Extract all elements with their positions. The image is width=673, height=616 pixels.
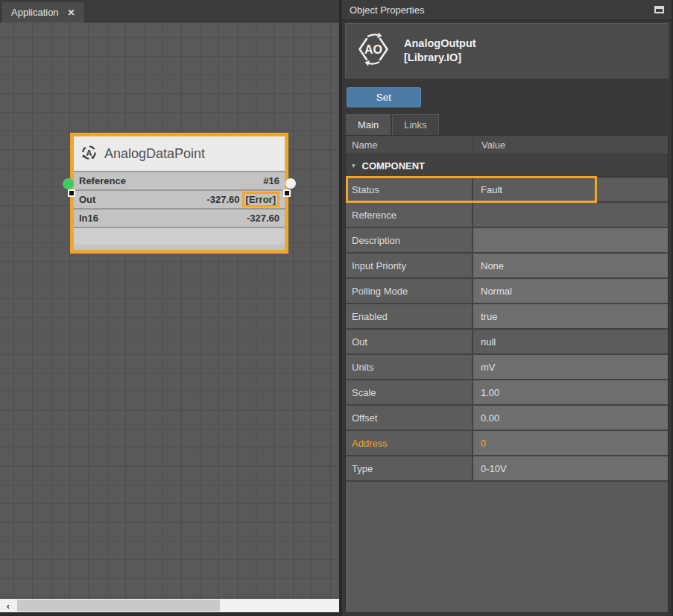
wiresheet-canvas[interactable]: A AnalogDataPoint Reference#16Out-327.60…: [0, 22, 341, 599]
property-value[interactable]: [473, 228, 668, 252]
property-table: Name Value ▾ COMPONENT StatusFaultRefere…: [345, 135, 669, 613]
panel-title: Object Properties: [350, 4, 424, 16]
property-row-address[interactable]: Address0: [346, 431, 668, 456]
section-component[interactable]: ▾ COMPONENT: [346, 155, 668, 177]
property-name: Scale: [346, 380, 473, 404]
selection-handle-left[interactable]: [68, 189, 75, 197]
node-body[interactable]: A AnalogDataPoint Reference#16Out-327.60…: [70, 133, 288, 254]
property-row-reference[interactable]: Reference: [346, 203, 668, 228]
node-title: AnalogDataPoint: [104, 146, 205, 162]
column-header-name: Name: [346, 139, 473, 151]
dock-window-icon[interactable]: [654, 6, 664, 13]
property-value[interactable]: 1.00: [473, 380, 668, 404]
property-name: Offset: [346, 406, 473, 430]
property-name: Status: [346, 177, 473, 201]
property-value[interactable]: mV: [473, 355, 668, 379]
scrollbar-thumb[interactable]: [17, 600, 220, 612]
property-name: Polling Mode: [346, 279, 473, 303]
property-row-enabled[interactable]: Enabledtrue: [346, 304, 668, 330]
property-value: [473, 203, 668, 227]
column-header-value: Value: [473, 136, 668, 154]
property-value[interactable]: 0: [473, 431, 668, 455]
selection-handle-right[interactable]: [283, 189, 291, 197]
property-table-body: StatusFaultReferenceDescriptionInput Pri…: [346, 177, 668, 482]
slot-value: -327.60: [247, 213, 279, 224]
slot-value: -327.60[Error]: [206, 192, 279, 207]
set-button[interactable]: Set: [347, 87, 421, 107]
slot-label: Reference: [79, 175, 126, 186]
property-name: Units: [346, 355, 473, 379]
panel-titlebar: Object Properties: [342, 0, 672, 21]
property-row-description[interactable]: Description: [346, 228, 668, 254]
object-properties-panel: Object Properties AO AnalogOutput [Libra…: [339, 0, 673, 616]
property-value: Fault: [473, 177, 668, 201]
property-row-scale[interactable]: Scale1.00: [346, 380, 668, 406]
property-value[interactable]: 0.00: [473, 406, 668, 430]
table-header: Name Value: [346, 136, 668, 155]
svg-text:A: A: [86, 148, 92, 157]
slot-value: #16: [263, 175, 279, 186]
output-port-dot[interactable]: [285, 178, 296, 189]
node-slot-row[interactable]: Reference#16: [74, 171, 285, 189]
tab-main[interactable]: Main: [346, 114, 391, 135]
component-type-name: AnalogOutput: [404, 37, 476, 51]
component-header-card: AO AnalogOutput [Library.IO]: [345, 23, 669, 78]
node-slot-row[interactable]: Out-327.60[Error]: [74, 189, 285, 208]
workspace-pane: Application ✕ A AnalogDataPoint: [0, 0, 341, 616]
property-value[interactable]: Normal: [473, 279, 668, 303]
property-row-type[interactable]: Type0-10V: [346, 456, 668, 482]
section-label: COMPONENT: [362, 160, 426, 172]
tab-links[interactable]: Links: [392, 114, 438, 135]
property-value: null: [473, 330, 668, 353]
document-tabstrip: Application ✕: [0, 0, 341, 22]
property-name: Out: [346, 330, 473, 353]
horizontal-scrollbar[interactable]: ‹: [0, 599, 341, 612]
property-row-status[interactable]: StatusFault: [346, 177, 668, 203]
analog-output-icon: AO: [356, 31, 391, 70]
section-collapse-caret-icon[interactable]: ▾: [352, 162, 356, 169]
property-name: Description: [346, 228, 473, 252]
svg-text:AO: AO: [364, 43, 382, 56]
scroll-left-arrow-icon[interactable]: ‹: [0, 599, 16, 612]
property-value[interactable]: 0-10V: [473, 456, 668, 480]
property-row-out[interactable]: Outnull: [346, 330, 668, 355]
property-value[interactable]: true: [473, 304, 668, 328]
tab-application-label: Application: [11, 7, 59, 18]
node-rows: Reference#16Out-327.60[Error]In16-327.60: [74, 171, 285, 227]
property-row-input-priority[interactable]: Input PriorityNone: [346, 254, 668, 279]
node-slot-row[interactable]: In16-327.60: [74, 208, 285, 227]
property-name: Address: [346, 431, 473, 455]
analog-point-icon: A: [80, 144, 98, 164]
component-library: [Library.IO]: [404, 51, 476, 65]
tab-application[interactable]: Application ✕: [2, 2, 84, 22]
tab-close-icon[interactable]: ✕: [68, 7, 75, 18]
node-footer-row: [74, 227, 285, 245]
property-row-units[interactable]: UnitsmV: [346, 355, 668, 380]
node-analogdatapoint[interactable]: A AnalogDataPoint Reference#16Out-327.60…: [70, 133, 288, 254]
properties-tabs: Main Links: [346, 114, 672, 135]
input-port-dot[interactable]: [63, 178, 74, 189]
property-name: Input Priority: [346, 254, 473, 277]
node-header[interactable]: A AnalogDataPoint: [74, 136, 285, 171]
slot-label: Out: [79, 194, 95, 205]
property-value[interactable]: None: [473, 254, 668, 277]
property-row-polling-mode[interactable]: Polling ModeNormal: [346, 279, 668, 304]
property-name: Enabled: [346, 304, 473, 328]
property-row-offset[interactable]: Offset0.00: [346, 406, 668, 431]
property-name: Reference: [346, 203, 473, 227]
property-name: Type: [346, 456, 473, 480]
slot-label: In16: [79, 213, 98, 224]
error-badge: [Error]: [242, 192, 279, 207]
